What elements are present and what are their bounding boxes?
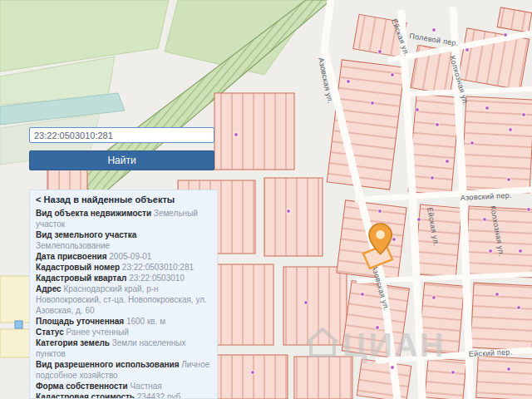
field-label: Категория земель [36, 338, 110, 347]
parcel-block [470, 283, 532, 351]
back-link[interactable]: < Назад в найденные объекты [36, 195, 211, 205]
parcel-block [357, 359, 411, 399]
field-row: Вид объекта недвижимости Земельный участ… [36, 208, 211, 229]
parcel-block [476, 356, 532, 399]
parcel-block [214, 93, 294, 170]
field-label: Дата присвоения [36, 252, 107, 261]
parcel-block [264, 178, 323, 256]
parcel-block [211, 355, 288, 399]
field-label: Кадастровый квартал [36, 273, 126, 283]
field-value: 234432 руб. [137, 392, 183, 399]
search-button[interactable]: Найти [29, 150, 214, 170]
field-label: Форма собственности [36, 382, 128, 391]
info-panel: < Назад в найденные объекты Вид объекта … [29, 190, 218, 399]
field-row: Кадастровый номер 23:22:0503010:281 [36, 262, 211, 273]
field-label: Кадастровая стоимость [36, 392, 135, 399]
field-value: 2005-09-01 [109, 252, 151, 261]
field-row: Вид разрешенного использования Личное по… [36, 359, 211, 381]
field-label: Вид разрешенного использования [36, 360, 179, 369]
parcel-block [283, 267, 347, 345]
cadastral-map-app: Ейская ул. Полевой пер. Колхозная ул. Аз… [0, 0, 532, 399]
field-value: 1600 кв. м [126, 317, 165, 326]
field-value: Частная [130, 382, 161, 391]
field-value: 23:22:0503010:281 [122, 263, 194, 272]
field-row: Площадь уточненная 1600 кв. м [36, 316, 211, 327]
field-value: Землепользование [36, 241, 110, 250]
field-row: Форма собственности Частная [36, 381, 211, 392]
field-row: Кадастровая стоимость 234432 руб. [36, 392, 211, 399]
field-label: Статус [36, 328, 64, 337]
field-label: Вид земельного участка [36, 230, 136, 239]
field-row: Адрес Краснодарский край, р-н Новопокров… [36, 283, 211, 316]
field-row: Вид земельного участка Землепользование [36, 229, 211, 251]
cadastral-search-input[interactable] [29, 127, 214, 143]
field-value: Ранее учтенный [66, 328, 128, 337]
field-value: 23:22:0503010 [129, 273, 185, 283]
field-row: Категория земель Земли населенных пункто… [36, 337, 211, 359]
field-value: Краснодарский край, р-н Новопокровский, … [36, 284, 207, 315]
field-label: Адрес [36, 284, 62, 293]
watermark-text: ЦИАН [342, 327, 446, 363]
field-label: Площадь уточненная [36, 317, 124, 326]
parcel-block [425, 357, 466, 399]
field-label: Вид объекта недвижимости [36, 209, 151, 218]
field-row: Дата присвоения 2005-09-01 [36, 251, 211, 262]
field-row: Статус Ранее учтенный [36, 327, 211, 337]
field-label: Кадастровый номер [36, 263, 120, 272]
field-row: Кадастровый квартал 23:22:0503010 [36, 273, 211, 283]
